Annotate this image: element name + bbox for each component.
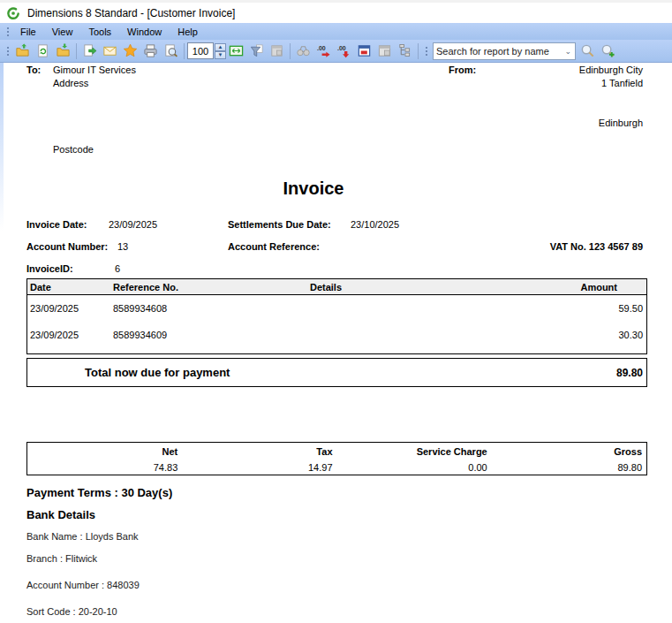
drill-down-button[interactable] <box>354 42 374 61</box>
report-search-input[interactable] <box>436 46 563 57</box>
summary-values-row: 74.83 14.97 0.00 89.80 <box>27 457 646 473</box>
export-report-button[interactable] <box>79 42 100 61</box>
disabled-window-icon <box>377 43 392 58</box>
favourites-button[interactable] <box>120 42 140 61</box>
chevron-down-icon[interactable]: ⌄ <box>563 47 572 56</box>
menubar-grip-handle[interactable] <box>5 26 10 38</box>
col-header-reference: Reference No. <box>111 282 239 293</box>
invoice-table: Date Reference No. Details Amount 23/09/… <box>26 278 647 354</box>
open-report-button[interactable] <box>12 42 33 61</box>
table-row: 23/09/2025 8589934608 59.50 <box>27 295 646 322</box>
summary-net-value: 74.83 <box>27 457 182 473</box>
search-button[interactable] <box>578 42 598 61</box>
menu-help[interactable]: Help <box>170 25 206 39</box>
find-button[interactable] <box>293 42 313 61</box>
app-logo-icon <box>6 6 20 20</box>
bank-branch: Branch : Flitwick <box>26 553 97 564</box>
title-bar: Dimensions 8 Standard - [Customer Invoic… <box>0 0 672 23</box>
fit-to-width-button[interactable] <box>226 42 246 61</box>
bank-name: Bank Name : Lloyds Bank <box>26 531 139 542</box>
settlement-due-value: 23/10/2025 <box>351 219 399 230</box>
from-label: From: <box>449 65 476 75</box>
summary-header-row: Net Tax Service Charge Gross <box>27 443 646 457</box>
summary-service-charge-value: 0.00 <box>337 457 492 473</box>
svg-text:.00: .00 <box>337 45 346 52</box>
account-number-label: Account Number: <box>26 241 108 252</box>
summary-header-net: Net <box>27 443 182 457</box>
open-folder-icon <box>15 43 30 58</box>
fit-width-icon <box>229 43 244 58</box>
filter-button[interactable] <box>246 42 267 61</box>
toolbar: ▲▼ <box>0 40 672 63</box>
toolbar-separator <box>184 43 185 59</box>
refresh-icon <box>35 43 50 58</box>
print-button[interactable] <box>140 42 161 61</box>
window-disabled-button[interactable] <box>374 42 395 61</box>
toolbar-separator <box>418 43 419 59</box>
window-title: Dimensions 8 Standard - [Customer Invoic… <box>27 7 235 19</box>
menu-bar: File View Tools Window Help <box>0 23 672 40</box>
row-date: 23/09/2025 <box>27 330 111 340</box>
paste-disabled-button[interactable] <box>267 42 287 61</box>
import-report-button[interactable] <box>53 42 73 61</box>
search-icon <box>580 43 595 58</box>
decimal-down-icon: .00 <box>336 43 351 58</box>
zoom-up-button[interactable]: ▲ <box>215 43 226 51</box>
row-date: 23/09/2025 <box>27 303 111 314</box>
folder-import-icon <box>56 43 71 58</box>
bank-sort-code: Sort Code : 20-20-10 <box>26 606 117 617</box>
decimal-down-button[interactable]: .00 <box>334 42 354 61</box>
account-number-value: 13 <box>117 241 128 252</box>
zoom-spinner: ▲▼ <box>215 43 226 59</box>
decimal-forward-icon: .00 <box>316 43 331 58</box>
search-plus-icon <box>600 43 615 58</box>
invoice-table-header: Date Reference No. Details Amount <box>27 279 646 295</box>
menu-file[interactable]: File <box>12 25 44 39</box>
bank-details-heading: Bank Details <box>26 508 95 521</box>
from-town: Edinburgh <box>599 118 643 128</box>
menu-window[interactable]: Window <box>119 25 170 39</box>
envelope-icon <box>102 43 117 58</box>
row-reference: 8589934609 <box>111 330 239 340</box>
tree-view-icon <box>397 43 412 58</box>
total-due-value: 89.80 <box>616 367 646 379</box>
menu-tools[interactable]: Tools <box>80 25 119 39</box>
refresh-report-button[interactable] <box>33 42 53 61</box>
left-edge-fade <box>0 63 4 231</box>
add-search-button[interactable] <box>598 42 618 61</box>
drill-down-icon <box>357 43 372 58</box>
table-row: 23/09/2025 8589934609 30.30 <box>27 322 646 348</box>
invoice-date-label: Invoice Date: <box>26 219 87 230</box>
binoculars-icon <box>296 43 311 58</box>
svg-text:.00: .00 <box>317 45 326 52</box>
total-due-label: Total now due for payment <box>27 366 616 379</box>
summary-gross-value: 89.80 <box>492 457 646 473</box>
row-amount: 59.50 <box>412 303 646 314</box>
decimal-forward-button[interactable]: .00 <box>313 42 334 61</box>
tree-view-button[interactable] <box>395 42 415 61</box>
toolbar-grip-handle[interactable] <box>5 45 10 57</box>
report-search-combobox[interactable]: ⌄ <box>433 42 576 60</box>
search-grip-handle[interactable] <box>424 45 428 57</box>
summary-box: Net Tax Service Charge Gross 74.83 14.97… <box>26 442 647 475</box>
to-label: To: <box>26 65 41 75</box>
bank-account-number: Account Number : 848039 <box>26 580 140 590</box>
invoice-title: Invoice <box>0 179 627 199</box>
summary-header-gross: Gross <box>492 443 646 457</box>
col-header-date: Date <box>27 282 111 293</box>
printer-icon <box>143 43 158 58</box>
export-icon <box>82 43 97 58</box>
to-address: Address <box>53 78 88 88</box>
zoom-level-input[interactable] <box>187 42 214 59</box>
total-box: Total now due for payment 89.80 <box>26 358 647 387</box>
disabled-paste-icon <box>269 43 284 58</box>
print-preview-button[interactable] <box>161 42 181 61</box>
email-report-button[interactable] <box>100 42 120 61</box>
app-window: Dimensions 8 Standard - [Customer Invoic… <box>0 0 672 623</box>
menu-view[interactable]: View <box>44 25 81 39</box>
from-street: 1 Tanfield <box>601 78 643 88</box>
preview-magnifier-icon <box>163 43 178 58</box>
from-city: Edinburgh City <box>579 65 643 75</box>
summary-header-service-charge: Service Charge <box>337 443 492 457</box>
zoom-down-button[interactable]: ▼ <box>215 51 226 59</box>
